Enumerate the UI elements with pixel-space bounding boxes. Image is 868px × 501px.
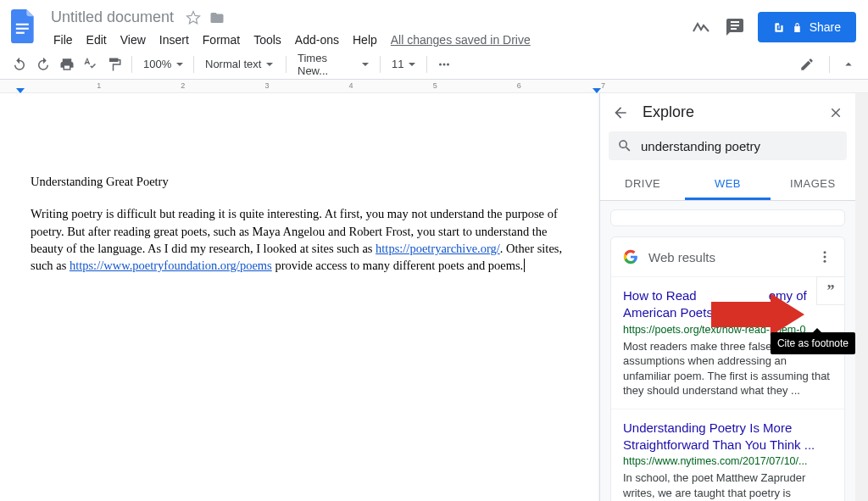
toolbar: 100% Normal text Times New... 11 bbox=[0, 49, 868, 80]
prev-card-peek bbox=[610, 209, 845, 226]
doc-title[interactable]: Untitled document bbox=[47, 7, 177, 28]
tab-web[interactable]: WEB bbox=[685, 167, 770, 200]
zoom-combo[interactable]: 100% bbox=[138, 53, 187, 75]
svg-rect-1 bbox=[16, 28, 29, 30]
undo-button[interactable] bbox=[8, 53, 31, 75]
back-arrow-icon[interactable] bbox=[612, 104, 629, 121]
star-icon[interactable] bbox=[186, 10, 201, 25]
hide-menus-button[interactable] bbox=[837, 53, 860, 75]
menu-format[interactable]: Format bbox=[197, 30, 246, 50]
search-icon bbox=[617, 138, 632, 153]
cite-tooltip: Cite as footnote bbox=[771, 332, 855, 354]
explore-search-input[interactable] bbox=[641, 139, 838, 153]
svg-point-8 bbox=[824, 251, 826, 253]
tab-images[interactable]: IMAGES bbox=[771, 167, 855, 200]
more-options-icon[interactable] bbox=[817, 249, 832, 264]
menubar: File Edit View Insert Format Tools Add-o… bbox=[47, 30, 690, 50]
menu-addons[interactable]: Add-ons bbox=[289, 30, 345, 50]
print-button[interactable] bbox=[56, 53, 78, 75]
result-2-title[interactable]: Understanding Poetry Is More Straightfor… bbox=[623, 420, 832, 454]
cite-footnote-button[interactable]: ” bbox=[816, 276, 845, 305]
more-toolbar-button[interactable] bbox=[433, 53, 455, 75]
doc-heading: Understanding Great Poetry bbox=[31, 173, 567, 190]
menu-view[interactable]: View bbox=[114, 30, 152, 50]
menu-insert[interactable]: Insert bbox=[153, 30, 195, 50]
svg-point-4 bbox=[778, 25, 779, 25]
ruler[interactable]: 1 2 3 4 5 6 7 bbox=[0, 80, 868, 93]
activity-icon[interactable] bbox=[690, 16, 712, 38]
explore-search[interactable] bbox=[609, 131, 847, 160]
title-column: Untitled document File Edit View Insert … bbox=[47, 7, 690, 50]
docs-logo[interactable] bbox=[8, 7, 39, 46]
svg-rect-2 bbox=[16, 32, 25, 34]
comments-icon[interactable] bbox=[724, 16, 746, 38]
svg-rect-0 bbox=[16, 24, 29, 25]
doc-link-2[interactable]: https://www.poetryfoundation.org/poems bbox=[70, 259, 272, 272]
menu-help[interactable]: Help bbox=[347, 30, 383, 50]
explore-title: Explore bbox=[643, 103, 815, 121]
svg-point-7 bbox=[447, 63, 449, 65]
spellcheck-button[interactable] bbox=[80, 53, 102, 75]
result-2-snippet: In school, the poet Matthew Zapruder wri… bbox=[623, 470, 832, 501]
save-status[interactable]: All changes saved in Drive bbox=[385, 30, 537, 50]
paint-format-button[interactable] bbox=[103, 53, 125, 75]
text-cursor bbox=[524, 259, 525, 272]
share-button[interactable]: Share bbox=[758, 12, 856, 42]
menu-edit[interactable]: Edit bbox=[81, 30, 113, 50]
font-size-combo[interactable]: 11 bbox=[387, 53, 420, 75]
document-scroll[interactable]: Understanding Great Poetry Writing poetr… bbox=[0, 93, 599, 501]
web-results-label: Web results bbox=[648, 250, 807, 264]
svg-point-9 bbox=[824, 256, 826, 259]
web-results-card: Web results ” How to Read████████emy of … bbox=[610, 237, 845, 501]
redo-button[interactable] bbox=[32, 53, 54, 75]
document-page[interactable]: Understanding Great Poetry Writing poetr… bbox=[0, 93, 598, 501]
result-2-url: https://www.nytimes.com/2017/07/10/... bbox=[623, 455, 832, 467]
svg-point-5 bbox=[439, 63, 442, 65]
svg-point-6 bbox=[443, 63, 446, 65]
annotation-arrow bbox=[711, 293, 804, 336]
svg-marker-11 bbox=[711, 293, 804, 336]
folder-move-icon[interactable] bbox=[209, 10, 225, 25]
share-label: Share bbox=[810, 20, 841, 34]
explore-pane: Explore DRIVE WEB IMAGES Web results ” bbox=[599, 93, 855, 501]
menu-tools[interactable]: Tools bbox=[248, 30, 287, 50]
font-combo[interactable]: Times New... bbox=[292, 53, 374, 75]
menu-file[interactable]: File bbox=[47, 30, 79, 50]
svg-rect-3 bbox=[778, 26, 779, 29]
doc-paragraph: Writing poetry is difficult but reading … bbox=[31, 205, 567, 274]
vertical-scrollbar[interactable] bbox=[855, 93, 868, 501]
svg-point-10 bbox=[824, 260, 826, 263]
app-header: Untitled document File Edit View Insert … bbox=[0, 0, 868, 49]
doc-link-1[interactable]: https://poetryarchive.org/ bbox=[376, 242, 500, 255]
google-logo-icon bbox=[623, 249, 638, 264]
editing-mode-button[interactable] bbox=[796, 53, 821, 75]
tab-drive[interactable]: DRIVE bbox=[600, 167, 685, 200]
search-result-2: Understanding Poetry Is More Straightfor… bbox=[611, 409, 844, 501]
paragraph-style-combo[interactable]: Normal text bbox=[200, 53, 280, 75]
close-icon[interactable] bbox=[828, 105, 843, 120]
